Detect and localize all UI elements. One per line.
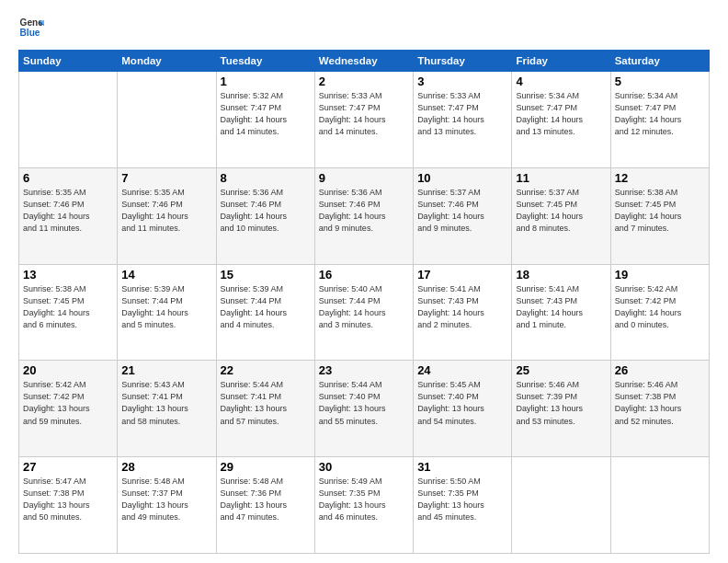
day-info: Sunrise: 5:38 AM Sunset: 7:45 PM Dayligh… [23, 283, 113, 331]
day-cell: 3Sunrise: 5:33 AM Sunset: 7:47 PM Daylig… [414, 72, 512, 168]
day-number: 22 [221, 363, 311, 377]
day-info: Sunrise: 5:37 AM Sunset: 7:45 PM Dayligh… [516, 187, 606, 235]
day-info: Sunrise: 5:35 AM Sunset: 7:46 PM Dayligh… [23, 187, 113, 235]
day-number: 1 [221, 75, 311, 88]
week-row-2: 6Sunrise: 5:35 AM Sunset: 7:46 PM Daylig… [19, 167, 710, 264]
day-cell: 11Sunrise: 5:37 AM Sunset: 7:45 PM Dayli… [512, 167, 610, 264]
day-cell: 10Sunrise: 5:37 AM Sunset: 7:46 PM Dayli… [414, 167, 512, 264]
day-number: 30 [319, 460, 409, 474]
day-cell: 7Sunrise: 5:35 AM Sunset: 7:46 PM Daylig… [118, 167, 216, 264]
day-info: Sunrise: 5:41 AM Sunset: 7:43 PM Dayligh… [516, 283, 606, 331]
day-info: Sunrise: 5:49 AM Sunset: 7:35 PM Dayligh… [319, 476, 409, 523]
day-cell: 17Sunrise: 5:41 AM Sunset: 7:43 PM Dayli… [414, 264, 512, 361]
day-info: Sunrise: 5:42 AM Sunset: 7:42 PM Dayligh… [615, 283, 705, 331]
day-info: Sunrise: 5:46 AM Sunset: 7:38 PM Dayligh… [615, 379, 705, 427]
day-number: 23 [319, 363, 409, 377]
day-cell: 28Sunrise: 5:48 AM Sunset: 7:37 PM Dayli… [118, 457, 216, 554]
day-info: Sunrise: 5:37 AM Sunset: 7:46 PM Dayligh… [417, 187, 507, 235]
day-number: 26 [615, 363, 705, 377]
day-info: Sunrise: 5:39 AM Sunset: 7:44 PM Dayligh… [221, 283, 311, 331]
day-info: Sunrise: 5:50 AM Sunset: 7:35 PM Dayligh… [417, 476, 507, 523]
day-cell [19, 72, 118, 168]
day-cell: 16Sunrise: 5:40 AM Sunset: 7:44 PM Dayli… [314, 264, 413, 361]
day-cell [118, 72, 216, 168]
day-info: Sunrise: 5:48 AM Sunset: 7:37 PM Dayligh… [121, 476, 211, 523]
weekday-sunday: Sunday [19, 51, 118, 72]
day-number: 21 [121, 363, 211, 377]
day-cell: 4Sunrise: 5:34 AM Sunset: 7:47 PM Daylig… [512, 72, 610, 168]
day-number: 7 [121, 171, 211, 185]
day-number: 12 [615, 171, 705, 185]
day-info: Sunrise: 5:33 AM Sunset: 7:47 PM Dayligh… [319, 90, 409, 138]
day-cell: 21Sunrise: 5:43 AM Sunset: 7:41 PM Dayli… [118, 361, 216, 457]
logo: General Blue [18, 15, 44, 40]
day-cell: 18Sunrise: 5:41 AM Sunset: 7:43 PM Dayli… [512, 264, 610, 361]
day-cell: 26Sunrise: 5:46 AM Sunset: 7:38 PM Dayli… [610, 361, 709, 457]
day-cell [610, 457, 709, 554]
day-number: 28 [121, 460, 211, 474]
day-info: Sunrise: 5:38 AM Sunset: 7:45 PM Dayligh… [615, 187, 705, 235]
day-cell: 23Sunrise: 5:44 AM Sunset: 7:40 PM Dayli… [314, 361, 413, 457]
week-row-1: 1Sunrise: 5:32 AM Sunset: 7:47 PM Daylig… [19, 72, 710, 168]
day-info: Sunrise: 5:34 AM Sunset: 7:47 PM Dayligh… [516, 90, 606, 138]
week-row-4: 20Sunrise: 5:42 AM Sunset: 7:42 PM Dayli… [19, 361, 710, 457]
week-row-3: 13Sunrise: 5:38 AM Sunset: 7:45 PM Dayli… [19, 264, 710, 361]
day-info: Sunrise: 5:35 AM Sunset: 7:46 PM Dayligh… [121, 187, 211, 235]
weekday-saturday: Saturday [610, 51, 709, 72]
day-cell: 29Sunrise: 5:48 AM Sunset: 7:36 PM Dayli… [216, 457, 314, 554]
day-number: 31 [417, 460, 507, 474]
week-row-5: 27Sunrise: 5:47 AM Sunset: 7:38 PM Dayli… [19, 457, 710, 554]
day-number: 13 [23, 268, 113, 282]
logo-icon: General Blue [18, 15, 44, 40]
weekday-wednesday: Wednesday [314, 51, 413, 72]
day-number: 19 [615, 268, 705, 282]
day-info: Sunrise: 5:41 AM Sunset: 7:43 PM Dayligh… [417, 283, 507, 331]
day-number: 11 [516, 171, 606, 185]
day-number: 14 [121, 268, 211, 282]
day-cell [512, 457, 610, 554]
calendar: SundayMondayTuesdayWednesdayThursdayFrid… [18, 50, 710, 554]
day-number: 2 [319, 75, 409, 88]
day-cell: 25Sunrise: 5:46 AM Sunset: 7:39 PM Dayli… [512, 361, 610, 457]
day-number: 4 [516, 75, 606, 88]
weekday-header-row: SundayMondayTuesdayWednesdayThursdayFrid… [19, 51, 710, 72]
day-number: 27 [23, 460, 113, 474]
day-cell: 6Sunrise: 5:35 AM Sunset: 7:46 PM Daylig… [19, 167, 118, 264]
day-number: 5 [615, 75, 705, 88]
day-cell: 13Sunrise: 5:38 AM Sunset: 7:45 PM Dayli… [19, 264, 118, 361]
day-number: 16 [319, 268, 409, 282]
day-cell: 20Sunrise: 5:42 AM Sunset: 7:42 PM Dayli… [19, 361, 118, 457]
day-cell: 15Sunrise: 5:39 AM Sunset: 7:44 PM Dayli… [216, 264, 314, 361]
day-number: 17 [417, 268, 507, 282]
header: General Blue [18, 15, 710, 40]
day-cell: 27Sunrise: 5:47 AM Sunset: 7:38 PM Dayli… [19, 457, 118, 554]
day-number: 15 [221, 268, 311, 282]
day-cell: 14Sunrise: 5:39 AM Sunset: 7:44 PM Dayli… [118, 264, 216, 361]
day-cell: 19Sunrise: 5:42 AM Sunset: 7:42 PM Dayli… [610, 264, 709, 361]
weekday-thursday: Thursday [414, 51, 512, 72]
day-info: Sunrise: 5:33 AM Sunset: 7:47 PM Dayligh… [417, 90, 507, 138]
day-cell: 1Sunrise: 5:32 AM Sunset: 7:47 PM Daylig… [216, 72, 314, 168]
weekday-monday: Monday [118, 51, 216, 72]
day-cell: 24Sunrise: 5:45 AM Sunset: 7:40 PM Dayli… [414, 361, 512, 457]
day-cell: 2Sunrise: 5:33 AM Sunset: 7:47 PM Daylig… [314, 72, 413, 168]
day-number: 3 [417, 75, 507, 88]
weekday-friday: Friday [512, 51, 610, 72]
day-cell: 12Sunrise: 5:38 AM Sunset: 7:45 PM Dayli… [610, 167, 709, 264]
day-number: 24 [417, 363, 507, 377]
day-info: Sunrise: 5:48 AM Sunset: 7:36 PM Dayligh… [221, 476, 311, 523]
day-info: Sunrise: 5:42 AM Sunset: 7:42 PM Dayligh… [23, 379, 113, 427]
day-cell: 5Sunrise: 5:34 AM Sunset: 7:47 PM Daylig… [610, 72, 709, 168]
day-number: 20 [23, 363, 113, 377]
day-cell: 30Sunrise: 5:49 AM Sunset: 7:35 PM Dayli… [314, 457, 413, 554]
day-info: Sunrise: 5:34 AM Sunset: 7:47 PM Dayligh… [615, 90, 705, 138]
day-number: 29 [221, 460, 311, 474]
day-info: Sunrise: 5:39 AM Sunset: 7:44 PM Dayligh… [121, 283, 211, 331]
day-number: 18 [516, 268, 606, 282]
day-cell: 22Sunrise: 5:44 AM Sunset: 7:41 PM Dayli… [216, 361, 314, 457]
day-cell: 8Sunrise: 5:36 AM Sunset: 7:46 PM Daylig… [216, 167, 314, 264]
day-info: Sunrise: 5:45 AM Sunset: 7:40 PM Dayligh… [417, 379, 507, 427]
day-number: 9 [319, 171, 409, 185]
day-number: 25 [516, 363, 606, 377]
day-cell: 31Sunrise: 5:50 AM Sunset: 7:35 PM Dayli… [414, 457, 512, 554]
